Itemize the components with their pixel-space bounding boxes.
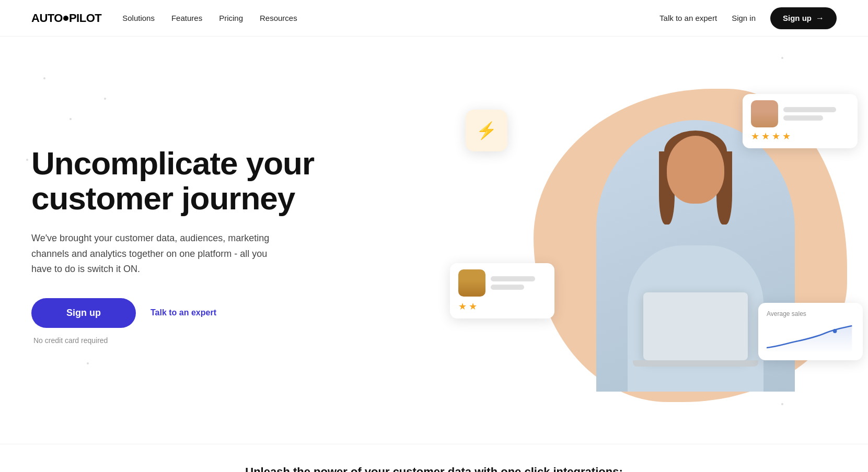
star-bottom-1: ★	[458, 301, 468, 312]
bottom-title: Unleash the power of your customer data …	[31, 465, 837, 472]
bottom-section: Unleash the power of your customer data …	[0, 444, 868, 472]
person-laptop	[643, 292, 748, 360]
nav-link-pricing[interactable]: Pricing	[219, 14, 243, 22]
card-chart: Average sales	[758, 303, 863, 360]
hero-actions: Sign up Talk to an expert	[31, 298, 314, 328]
svg-point-0	[833, 329, 837, 333]
card-avatar-row-top	[751, 100, 849, 127]
chart-svg	[767, 322, 854, 353]
stars-bottom: ★ ★	[458, 301, 546, 312]
card-line-4	[491, 285, 524, 290]
hero-title-line1: Uncomplicate your	[31, 145, 314, 181]
person-body	[628, 245, 763, 392]
logo-auto: AUTO	[31, 11, 63, 25]
avatar-face-top	[751, 100, 778, 127]
star-4: ★	[782, 131, 792, 142]
person-head	[667, 136, 724, 204]
nav-signup-arrow-icon: →	[816, 14, 824, 23]
nav-signup-label: Sign up	[783, 14, 812, 22]
star-1: ★	[751, 131, 760, 142]
hero-signup-button[interactable]: Sign up	[31, 298, 136, 328]
hero-section: Uncomplicate your customer journey We've…	[0, 37, 868, 444]
hero-no-credit-card-text: No credit card required	[33, 336, 314, 345]
nav-left: AUTOPILOT Solutions Features Pricing Res…	[31, 11, 297, 25]
card-line-2	[783, 115, 823, 121]
nav-right: Talk to an expert Sign in Sign up →	[659, 7, 837, 29]
card-avatar-row-bottom	[458, 269, 546, 297]
hero-description: We've brought your customer data, audien…	[31, 231, 282, 277]
avatar-face-bottom	[458, 269, 485, 297]
hero-talk-to-expert-link[interactable]: Talk to an expert	[151, 308, 216, 317]
chart-title: Average sales	[767, 310, 854, 317]
stars-top: ★ ★ ★ ★	[751, 131, 849, 142]
card-lines-top	[783, 107, 849, 121]
flash-icon: ⚡	[476, 121, 497, 140]
star-2: ★	[761, 131, 771, 142]
hero-title-line2: customer journey	[31, 180, 295, 216]
hero-left: Uncomplicate your customer journey We've…	[31, 146, 314, 345]
hero-title: Uncomplicate your customer journey	[31, 146, 314, 216]
logo-dot-icon	[63, 16, 68, 21]
avatar-bottom	[458, 269, 485, 297]
hero-right: ⚡ ★ ★ ★ ★	[481, 68, 837, 423]
chart-area	[767, 322, 854, 353]
star-bottom-2: ★	[469, 301, 478, 312]
nav-link-solutions[interactable]: Solutions	[122, 14, 155, 22]
card-lines-bottom	[491, 276, 546, 290]
logo-pilot: PILOT	[69, 11, 101, 25]
logo[interactable]: AUTOPILOT	[31, 11, 101, 25]
nav-talk-to-expert-link[interactable]: Talk to an expert	[659, 14, 717, 22]
nav-link-features[interactable]: Features	[171, 14, 202, 22]
nav-signup-button[interactable]: Sign up →	[770, 7, 837, 29]
avatar-top	[751, 100, 778, 127]
card-flash: ⚡	[466, 110, 507, 151]
card-review-top: ★ ★ ★ ★	[743, 94, 858, 148]
nav-link-resources[interactable]: Resources	[260, 14, 297, 22]
star-3: ★	[772, 131, 781, 142]
card-line-3	[491, 276, 535, 281]
navbar: AUTOPILOT Solutions Features Pricing Res…	[0, 0, 868, 37]
card-review-bottom: ★ ★	[450, 263, 554, 318]
card-line-1	[783, 107, 836, 112]
nav-links: Solutions Features Pricing Resources	[122, 14, 297, 22]
nav-signin-link[interactable]: Sign in	[732, 14, 756, 22]
